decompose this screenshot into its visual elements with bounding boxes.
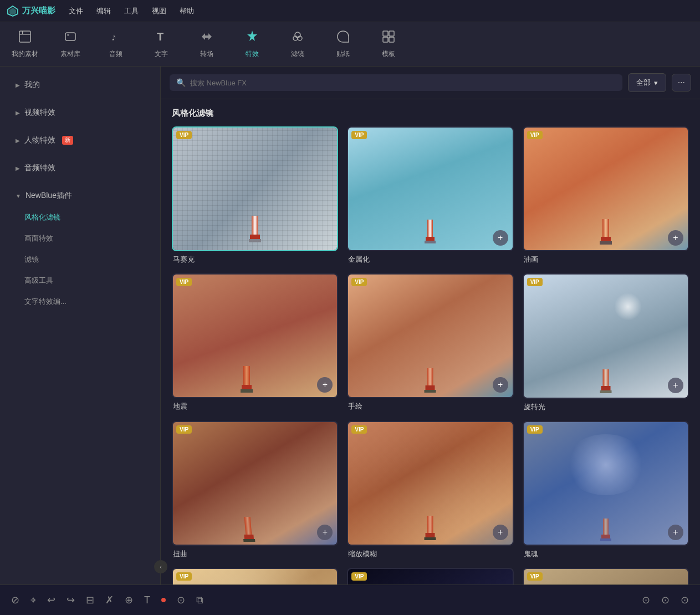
sidebar-item-text-effects[interactable]: 文字特效编... <box>4 292 156 312</box>
sidebar-collapse-button[interactable]: ‹ <box>154 560 167 573</box>
effect-item-softlight[interactable]: VIP + 柔光 <box>172 568 338 584</box>
add-button[interactable]: + <box>493 377 508 393</box>
effect-label-sketch: 手绘 <box>347 401 513 411</box>
recording-dot <box>161 598 166 602</box>
tool-zoom-in-icon[interactable]: ⊙ <box>642 594 650 606</box>
menu-file[interactable]: 文件 <box>69 6 83 16</box>
vip-badge: VIP <box>351 425 367 434</box>
effect-item-distort[interactable]: VIP + 扭曲 <box>172 421 338 559</box>
effect-item-sketch[interactable]: VIP + 手绘 <box>347 273 513 411</box>
effect-thumb-distort[interactable]: VIP + <box>172 421 338 546</box>
tool-add-icon[interactable]: ⊕ <box>125 594 133 606</box>
toolbar-template[interactable]: 模板 <box>375 29 402 59</box>
svg-rect-14 <box>383 37 388 42</box>
effect-item-mosaic[interactable]: VIP 马赛克 <box>172 126 338 265</box>
menu-edit[interactable]: 编辑 <box>96 6 111 16</box>
sidebar-item-stylize[interactable]: 风格化滤镜 <box>4 207 156 227</box>
effect-thumb-sketch[interactable]: VIP + <box>347 273 513 398</box>
text-icon: T <box>154 29 168 46</box>
tool-split-icon[interactable]: ⊘ <box>11 594 19 606</box>
search-bar: 🔍 全部 ▾ ··· <box>161 67 700 99</box>
effect-thumb-mosaic[interactable]: VIP <box>172 126 338 251</box>
sidebar-item-scene-effects[interactable]: 画面特效 <box>4 228 156 248</box>
toolbar-filter[interactable]: 滤镜 <box>284 29 311 59</box>
effect-item-zoomblur[interactable]: VIP + 缩放模糊 <box>347 421 513 559</box>
sidebar-item-lens[interactable]: 滤镜 <box>4 250 156 270</box>
sidebar-header-my[interactable]: ▶ 我的 <box>4 74 156 95</box>
effect-item-pastel[interactable]: VIP + 粉彩素描 <box>523 568 689 584</box>
tool-cursor-icon[interactable]: ⌖ <box>30 594 36 606</box>
sidebar-header-video[interactable]: ▶ 视频特效 <box>4 102 156 123</box>
vip-badge: VIP <box>527 131 543 139</box>
add-button[interactable]: + <box>668 378 683 393</box>
effect-thumb-ghost[interactable]: VIP + <box>523 421 689 546</box>
effect-item-quake[interactable]: VIP + 地震 <box>172 273 338 411</box>
sidebar-audio-label: 音频特效 <box>24 163 55 173</box>
filter-label: 全部 <box>636 78 651 88</box>
effect-thumb-oil[interactable]: VIP + <box>523 126 689 251</box>
add-button[interactable]: + <box>668 525 683 540</box>
tool-cut-icon[interactable]: ✗ <box>105 594 114 606</box>
menu-help[interactable]: 帮助 <box>180 6 194 16</box>
add-button[interactable]: + <box>493 525 508 540</box>
effect-thumb-neon[interactable]: VIP + <box>347 568 513 584</box>
toolbar-transition[interactable]: 转场 <box>193 29 221 59</box>
effect-thumb-quake[interactable]: VIP + <box>172 273 338 398</box>
chevron-right-icon-video: ▶ <box>16 110 20 116</box>
menu-tools[interactable]: 工具 <box>124 6 139 16</box>
more-options-button[interactable]: ··· <box>672 74 691 92</box>
toolbar-effects[interactable]: 特效 <box>238 29 266 59</box>
tool-zoom-out-icon[interactable]: ⊙ <box>661 594 670 606</box>
svg-rect-13 <box>389 31 394 36</box>
sidebar-section-newblue: ▼ NewBlue插件 风格化滤镜 画面特效 滤镜 高级工具 文字特效编... <box>0 182 160 315</box>
logo-icon <box>7 5 19 17</box>
effect-thumb-metal[interactable]: VIP + <box>347 126 513 251</box>
sidebar-scene-label: 画面特效 <box>24 234 53 242</box>
vip-badge: VIP <box>527 278 543 286</box>
effect-item-neon[interactable]: VIP + 霓虹光 <box>347 568 513 584</box>
tool-record-icon[interactable]: ⊙ <box>177 594 185 606</box>
effect-item-oil[interactable]: VIP + 油画 <box>523 126 689 265</box>
tool-undo-icon[interactable]: ↩ <box>47 594 55 606</box>
vip-badge: VIP <box>351 572 367 581</box>
sidebar-item-advanced-tools[interactable]: 高级工具 <box>4 271 156 291</box>
sidebar-newblue-label: NewBlue插件 <box>25 191 72 201</box>
toolbar-sticker[interactable]: 贴纸 <box>329 29 357 59</box>
add-button[interactable]: + <box>317 525 333 540</box>
effect-thumb-rotlight[interactable]: VIP + <box>523 273 689 398</box>
toolbar: 我的素材 素材库 ♪ 音频 T 文字 转场 特效 滤镜 <box>0 22 700 67</box>
sidebar-wrapper: ▶ 我的 ▶ 视频特效 ▶ 人物特效 新 <box>0 67 161 584</box>
sidebar-header-character[interactable]: ▶ 人物特效 新 <box>4 130 156 151</box>
menu-view[interactable]: 视图 <box>152 6 166 16</box>
vip-badge: VIP <box>351 131 367 139</box>
filter-button[interactable]: 全部 ▾ <box>628 73 666 92</box>
toolbar-my-media[interactable]: 我的素材 <box>11 29 39 59</box>
effect-thumb-softlight[interactable]: VIP + <box>172 568 338 584</box>
svg-marker-1 <box>9 8 16 15</box>
effect-thumb-pastel[interactable]: VIP + <box>523 568 689 584</box>
sidebar-header-audio[interactable]: ▶ 音频特效 <box>4 157 156 179</box>
effect-item-rotlight[interactable]: VIP + 旋转光 <box>523 273 689 411</box>
effect-label-zoomblur: 缩放模糊 <box>347 549 513 559</box>
effect-label-distort: 扭曲 <box>172 549 338 559</box>
add-button[interactable]: + <box>493 230 508 246</box>
effect-thumb-zoomblur[interactable]: VIP + <box>347 421 513 546</box>
toolbar-text[interactable]: T 文字 <box>147 29 175 59</box>
toolbar-media-lib[interactable]: 素材库 <box>57 29 84 59</box>
effect-item-metal[interactable]: VIP + 金属化 <box>347 126 513 265</box>
tool-delete-icon[interactable]: ⊟ <box>86 594 94 606</box>
template-icon <box>381 29 396 46</box>
search-input[interactable] <box>190 79 616 87</box>
toolbar-audio[interactable]: ♪ 音频 <box>102 29 130 59</box>
effect-label-oil: 油画 <box>523 255 689 265</box>
toolbar-sticker-label: 贴纸 <box>336 49 350 59</box>
svg-text:♪: ♪ <box>111 32 116 43</box>
vip-badge: VIP <box>176 425 192 434</box>
tool-redo-icon[interactable]: ↪ <box>67 594 75 606</box>
effect-item-ghost[interactable]: VIP + 鬼魂 <box>523 421 689 559</box>
effects-grid: VIP 马赛克 VIP <box>172 126 689 584</box>
tool-settings-icon[interactable]: ⊙ <box>681 594 689 606</box>
tool-text-icon[interactable]: T <box>144 594 150 606</box>
sidebar-header-newblue[interactable]: ▼ NewBlue插件 <box>4 185 156 206</box>
tool-snap-icon[interactable]: ⧉ <box>196 594 203 606</box>
